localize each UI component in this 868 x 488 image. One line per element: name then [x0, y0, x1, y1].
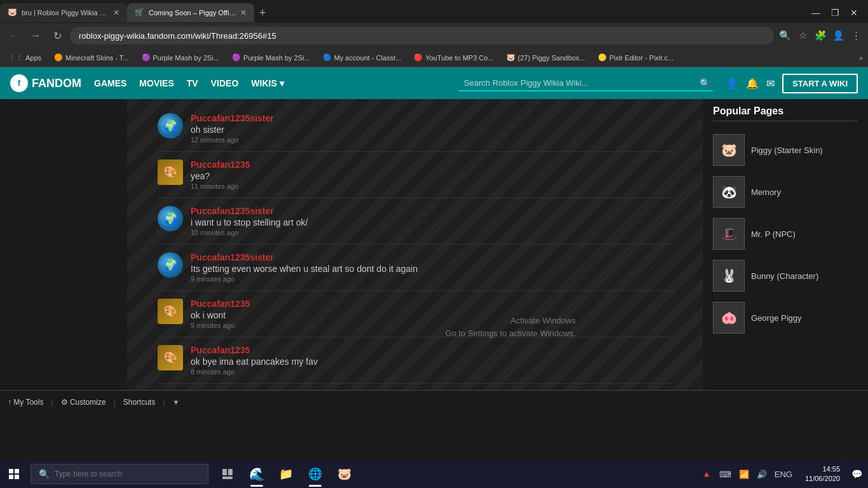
nav-tv[interactable]: TV — [187, 78, 198, 88]
nav-games[interactable]: GAMES — [94, 78, 126, 88]
minimize-button[interactable]: — — [807, 4, 825, 22]
network-tray-icon[interactable]: 🔺 — [699, 468, 714, 480]
fandom-search-input[interactable] — [459, 76, 713, 92]
customize-button[interactable]: ⚙ Customize — [61, 398, 106, 407]
browser-chrome: 🐷 bru | Roblox Piggy Wikia Wiki | F... ✕… — [0, 0, 868, 67]
tab-1[interactable]: 🐷 bru | Roblox Piggy Wikia Wiki | F... ✕ — [0, 3, 127, 22]
chat-text-5: ok i wont — [191, 310, 672, 320]
reload-button[interactable]: ↻ — [48, 27, 66, 44]
popular-page-mrp-name: Mr. P (NPC) — [751, 229, 796, 239]
bookmark-classroom[interactable]: 🔵 My account - Classr... — [319, 52, 405, 63]
bookmark-purplemash1[interactable]: 🟣 Purple Mash by 2Si... — [138, 52, 224, 63]
purplemash2-label: Purple Mash by 2Si... — [243, 54, 310, 62]
taskbar-search-input[interactable] — [55, 470, 200, 478]
fandom-mail-button[interactable]: ✉ — [766, 78, 775, 90]
file-explorer-taskbar-icon[interactable]: 📁 — [272, 460, 300, 488]
username-5[interactable]: Puccafan1235 — [191, 299, 672, 309]
bookmark-pixlr[interactable]: 🟡 Pixlr Editor - Pixlr.c... — [594, 52, 677, 63]
bookmark-purplemash2[interactable]: 🟣 Purple Mash by 2Si... — [228, 52, 314, 63]
minecraft-label: Minecraft Skins - T... — [65, 54, 128, 62]
username-6[interactable]: Puccafan1235 — [191, 345, 672, 355]
extensions-icon[interactable]: 🧩 — [813, 29, 827, 43]
popular-page-piggy[interactable]: 🐷 Piggy (Starter Skin) — [713, 129, 858, 171]
bookmark-piggy[interactable]: 🐷 (27) Piggy Sandbox... — [503, 52, 589, 63]
tab-2[interactable]: 🛒 Coming Soon – Piggy Official Sto... ✕ — [127, 3, 254, 22]
forward-button[interactable]: → — [27, 27, 44, 44]
keyboard-tray-icon[interactable]: ⌨ — [717, 468, 734, 480]
popular-page-memory-thumb: 🐼 — [713, 176, 745, 208]
svg-rect-6 — [222, 477, 233, 479]
address-bar-row: ← → ↻ 🔍 ☆ 🧩 👤 ⋮ — [0, 23, 868, 48]
nav-wikis[interactable]: WIKIS ▾ — [251, 78, 283, 88]
popular-page-george-thumb: 🐽 — [713, 302, 745, 334]
fandom-user-button[interactable]: 👤 — [726, 78, 738, 90]
tab-1-close[interactable]: ✕ — [113, 8, 119, 17]
language-label[interactable]: ENG — [772, 468, 795, 480]
nav-movies[interactable]: MOVIES — [139, 78, 173, 88]
classroom-favicon: 🔵 — [323, 53, 332, 62]
chat-time-5: 9 minutes ago — [191, 322, 672, 329]
username-1[interactable]: Puccafan1235sister — [191, 113, 672, 123]
maximize-button[interactable]: ❐ — [826, 4, 844, 22]
bookmark-apps[interactable]: ⋮⋮ Apps — [5, 52, 45, 63]
popular-page-george-name: George Piggy — [751, 313, 802, 323]
taskbar-search-box[interactable]: 🔍 — [31, 464, 208, 484]
chat-message-5: 🎨 Puccafan1235 ok i wont 9 minutes ago — [158, 291, 672, 337]
menu-icon[interactable]: ⋮ — [849, 29, 863, 43]
piggy-taskbar-icon[interactable]: 🐷 — [330, 460, 358, 488]
popular-page-memory[interactable]: 🐼 Memory — [713, 171, 858, 213]
chat-time-4: 9 minutes ago — [191, 275, 672, 283]
username-2[interactable]: Puccafan1235 — [191, 159, 672, 170]
avatar-2: 🎨 — [158, 159, 183, 185]
my-tools-button[interactable]: ↑ My Tools — [8, 398, 43, 407]
profile-icon[interactable]: 👤 — [831, 29, 845, 43]
left-spacer — [0, 99, 127, 390]
close-button[interactable]: ✕ — [845, 4, 863, 22]
fandom-toolbar: ↑ My Tools | ⚙ Customize | Shortcuts | ▼ — [0, 390, 868, 413]
edge-taskbar-icon[interactable]: 🌊 — [243, 460, 271, 488]
pixlr-label: Pixlr Editor - Pixlr.c... — [609, 54, 674, 62]
tab-bar: 🐷 bru | Roblox Piggy Wikia Wiki | F... ✕… — [0, 0, 868, 23]
notification-center-button[interactable]: 💬 — [845, 460, 868, 488]
tab-1-title: bru | Roblox Piggy Wikia Wiki | F... — [22, 9, 109, 17]
toolbar-more-button[interactable]: ▼ — [173, 398, 180, 406]
search-icon[interactable]: 🔍 — [778, 29, 792, 43]
popular-page-george[interactable]: 🐽 George Piggy — [713, 297, 858, 339]
fandom-logo[interactable]: f FANDOM — [10, 74, 81, 92]
address-input[interactable] — [70, 27, 774, 44]
network-wifi-icon[interactable]: 📶 — [736, 468, 752, 480]
volume-icon[interactable]: 🔊 — [754, 468, 770, 480]
chat-body-4: Puccafan1235sister Its getting even wors… — [191, 252, 672, 283]
new-tab-button[interactable]: + — [254, 6, 271, 20]
svg-rect-2 — [9, 475, 13, 479]
nav-video[interactable]: VIDEO — [211, 78, 239, 88]
start-wiki-button[interactable]: START A WIKI — [782, 74, 858, 93]
tab-1-favicon: 🐷 — [8, 8, 18, 18]
chat-message-3: 🌍 Puccafan1235sister i want u to stop st… — [158, 198, 672, 245]
chat-text-6: ok bye ima eat pancakes my fav — [191, 356, 672, 367]
more-bookmarks-button[interactable]: » — [859, 54, 863, 62]
right-sidebar: Popular Pages 🐷 Piggy (Starter Skin) 🐼 M… — [703, 99, 868, 390]
purplemash1-favicon: 🟣 — [142, 53, 151, 62]
avatar-6: 🎨 — [158, 345, 183, 370]
star-icon[interactable]: ☆ — [796, 29, 810, 43]
popular-page-bunny[interactable]: 🐰 Bunny (Character) — [713, 255, 858, 297]
bookmark-minecraft[interactable]: 🟠 Minecraft Skins - T... — [50, 52, 132, 63]
chrome-taskbar-icon[interactable]: 🌐 — [301, 460, 329, 488]
taskbar-clock[interactable]: 14:55 11/06/2020 — [800, 464, 845, 484]
tab-2-close[interactable]: ✕ — [240, 8, 247, 17]
username-3[interactable]: Puccafan1235sister — [191, 206, 672, 216]
back-button[interactable]: ← — [5, 27, 23, 44]
bookmark-youtube[interactable]: 🔴 YouTube to MP3 Co... — [410, 52, 497, 63]
fandom-logo-icon: f — [10, 74, 28, 92]
shortcuts-button[interactable]: Shortcuts — [123, 398, 156, 407]
fandom-bell-button[interactable]: 🔔 — [746, 78, 759, 90]
taskbar-search-icon: 🔍 — [39, 469, 50, 479]
avatar-4: 🌍 — [158, 252, 183, 278]
purplemash2-favicon: 🟣 — [232, 53, 241, 62]
popular-page-mrp[interactable]: 🎩 Mr. P (NPC) — [713, 213, 858, 255]
taskview-button[interactable] — [214, 460, 241, 488]
pixlr-favicon: 🟡 — [598, 53, 607, 62]
username-4[interactable]: Puccafan1235sister — [191, 252, 672, 262]
start-button[interactable] — [0, 460, 28, 488]
